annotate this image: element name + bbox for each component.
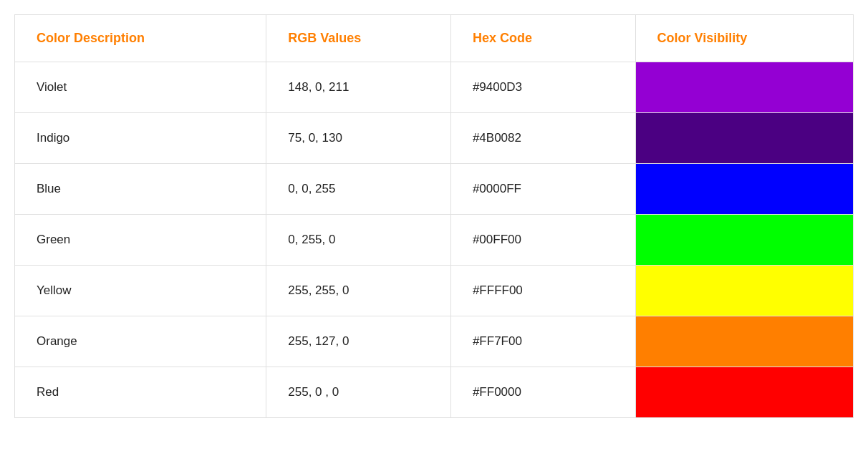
color-swatch-cell	[635, 316, 853, 367]
color-swatch	[636, 62, 853, 112]
color-hex: #4B0082	[450, 113, 635, 164]
color-swatch	[636, 316, 853, 367]
color-rgb: 0, 255, 0	[266, 215, 451, 266]
table-row: Red255, 0 , 0#FF0000	[15, 367, 854, 418]
color-hex: #FF7F00	[450, 316, 635, 367]
table-row: Green0, 255, 0#00FF00	[15, 215, 854, 266]
color-name: Green	[15, 215, 266, 266]
color-hex: #00FF00	[450, 215, 635, 266]
color-rgb: 148, 0, 211	[266, 62, 451, 113]
color-name: Orange	[15, 316, 266, 367]
header-description: Color Description	[15, 15, 266, 62]
table-row: Indigo75, 0, 130#4B0082	[15, 113, 854, 164]
color-rgb: 255, 127, 0	[266, 316, 451, 367]
color-swatch-cell	[635, 215, 853, 266]
color-swatch	[636, 113, 853, 163]
color-swatch-cell	[635, 62, 853, 113]
color-swatch-cell	[635, 367, 853, 418]
color-hex: #0000FF	[450, 164, 635, 215]
color-name: Indigo	[15, 113, 266, 164]
header-hex: Hex Code	[450, 15, 635, 62]
color-swatch-cell	[635, 164, 853, 215]
color-rgb: 255, 255, 0	[266, 266, 451, 316]
table-row: Violet148, 0, 211#9400D3	[15, 62, 854, 113]
color-name: Violet	[15, 62, 266, 113]
color-swatch	[636, 215, 853, 265]
color-hex: #FFFF00	[450, 266, 635, 316]
header-visibility: Color Visibility	[635, 15, 853, 62]
color-swatch-cell	[635, 113, 853, 164]
color-hex: #FF0000	[450, 367, 635, 418]
color-swatch-cell	[635, 266, 853, 316]
color-swatch	[636, 164, 853, 214]
color-rgb: 0, 0, 255	[266, 164, 451, 215]
color-name: Yellow	[15, 266, 266, 316]
table-row: Orange255, 127, 0#FF7F00	[15, 316, 854, 367]
color-swatch	[636, 367, 853, 417]
table-row: Blue0, 0, 255#0000FF	[15, 164, 854, 215]
table-row: Yellow255, 255, 0#FFFF00	[15, 266, 854, 316]
color-name: Red	[15, 367, 266, 418]
header-rgb: RGB Values	[266, 15, 451, 62]
color-hex: #9400D3	[450, 62, 635, 113]
color-swatch	[636, 266, 853, 316]
color-table: Color Description RGB Values Hex Code Co…	[14, 14, 854, 418]
color-rgb: 255, 0 , 0	[266, 367, 451, 418]
color-rgb: 75, 0, 130	[266, 113, 451, 164]
color-name: Blue	[15, 164, 266, 215]
